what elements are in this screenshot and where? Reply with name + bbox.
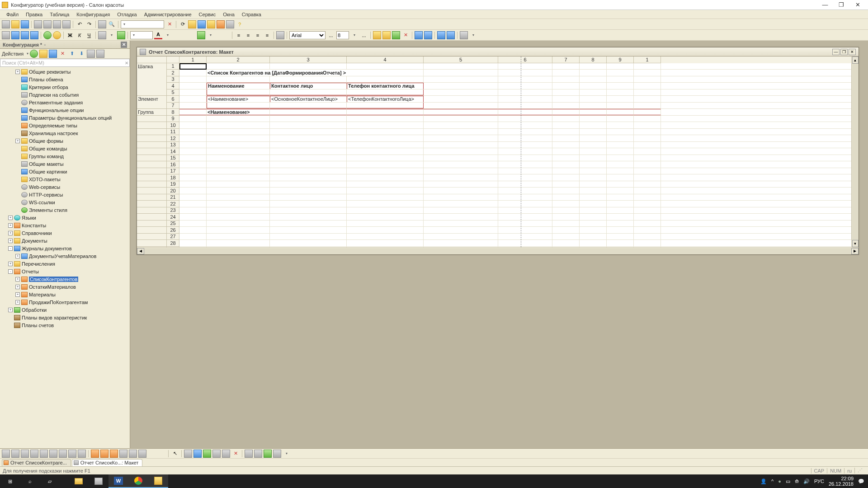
bt18-icon[interactable] — [212, 450, 221, 458]
sheet-cell[interactable] — [424, 214, 498, 220]
sheet-cell[interactable] — [552, 188, 580, 194]
sheet-cell[interactable] — [634, 240, 661, 246]
tbl-b-icon[interactable] — [382, 31, 391, 39]
bt23-icon[interactable] — [273, 450, 281, 458]
sheet-cell[interactable] — [634, 103, 661, 109]
sheet-cell[interactable] — [179, 201, 207, 207]
sheet-cell[interactable] — [498, 174, 552, 181]
sheet-cell[interactable] — [498, 221, 552, 227]
sheet-cell[interactable] — [424, 89, 498, 96]
bt15-icon[interactable] — [138, 450, 146, 458]
sheet-cell[interactable] — [347, 188, 424, 194]
sheet-cell[interactable] — [634, 161, 661, 168]
sheet-cell[interactable] — [179, 181, 207, 188]
sheet-cell[interactable] — [270, 122, 347, 128]
menu-windows[interactable]: Окна — [220, 11, 237, 18]
undo-icon[interactable]: ↶ — [75, 20, 84, 28]
doc-maximize-button[interactable]: ❐ — [840, 49, 848, 55]
sheet-cell[interactable] — [424, 234, 498, 240]
tray-battery-icon[interactable]: ▭ — [786, 479, 790, 484]
scroll-right-icon[interactable]: ▶ — [851, 248, 859, 254]
row-group-cell[interactable] — [137, 181, 166, 188]
calc-icon[interactable] — [226, 20, 234, 28]
size-dd[interactable]: ▾ — [350, 31, 359, 39]
tray-onedrive-icon[interactable]: ● — [778, 479, 781, 484]
search-clear-icon[interactable]: ✕ — [165, 20, 174, 28]
row-number-cell[interactable]: 6 — [167, 96, 179, 103]
sheet-cell[interactable] — [270, 221, 347, 227]
tool-icon[interactable] — [188, 20, 196, 28]
bt5-icon[interactable] — [40, 450, 48, 458]
expand-icon[interactable]: + — [15, 254, 20, 258]
sheet-cell[interactable] — [580, 240, 607, 246]
sheet-cell[interactable] — [552, 181, 580, 188]
borders-icon[interactable] — [98, 31, 106, 39]
sheet-cell[interactable] — [552, 76, 580, 83]
sheet-cell[interactable] — [498, 227, 552, 233]
sheet-cell[interactable] — [179, 194, 207, 201]
row-group-cell[interactable] — [137, 142, 166, 149]
sheet-cell[interactable] — [179, 174, 207, 181]
sheet-cell[interactable] — [634, 76, 661, 83]
sheet-cell[interactable] — [580, 122, 607, 128]
sheet-cell[interactable] — [580, 129, 607, 135]
tool2-icon[interactable] — [198, 20, 206, 28]
sheet-cell[interactable] — [607, 234, 634, 240]
sheet-cell[interactable] — [207, 148, 270, 155]
sheet-cell[interactable] — [270, 174, 347, 181]
font-select[interactable]: Arial — [289, 31, 326, 39]
menu-file[interactable]: Файл — [4, 11, 21, 18]
row-number-cell[interactable]: 25 — [167, 221, 179, 227]
bt7-icon[interactable] — [59, 450, 67, 458]
sheet-cell[interactable] — [270, 214, 347, 220]
sheet-cell[interactable] — [347, 155, 424, 161]
sheet-cell[interactable] — [347, 194, 424, 201]
sheet-cell[interactable] — [347, 89, 424, 96]
help-icon[interactable]: ? — [236, 20, 244, 28]
sheet-cell[interactable]: <Наименование> — [207, 109, 270, 115]
sheet-cell[interactable] — [580, 221, 607, 227]
redo-icon[interactable]: ↷ — [85, 20, 93, 28]
row-number-cell[interactable]: 19 — [167, 181, 179, 188]
sheet-cell[interactable] — [580, 96, 607, 102]
bt12-icon[interactable] — [110, 450, 118, 458]
sheet-cell[interactable] — [634, 129, 661, 135]
tbl-d-icon[interactable] — [424, 31, 432, 39]
sheet-cell[interactable] — [580, 201, 607, 207]
sheet-cell[interactable] — [424, 76, 498, 83]
sheet-cell[interactable] — [424, 240, 498, 246]
sheet-cell[interactable] — [552, 201, 580, 207]
sheet-cell[interactable] — [270, 148, 347, 155]
tree-item[interactable]: +HTTP-сервисы — [0, 191, 130, 198]
bt10-icon[interactable] — [91, 450, 99, 458]
sheet-cell[interactable] — [552, 129, 580, 135]
sheet-cell[interactable] — [424, 116, 498, 122]
row-group-cell[interactable] — [137, 207, 166, 214]
tree-item[interactable]: +Справочники — [0, 229, 130, 237]
size-more[interactable]: ... — [360, 31, 368, 39]
tree-item[interactable]: +ДокументыУчетаМатериалов — [0, 252, 130, 260]
zoom-icon[interactable]: 🔍 — [108, 20, 116, 28]
sheet-cell[interactable]: <ТелефонКонтактногоЛица> — [347, 96, 424, 102]
row-number-cell[interactable]: 5 — [167, 89, 179, 96]
sheet-cell[interactable] — [607, 103, 634, 109]
save-icon[interactable] — [21, 20, 29, 28]
sheet-cell[interactable] — [552, 96, 580, 102]
bt4-icon[interactable] — [30, 450, 38, 458]
sort-icon[interactable] — [87, 50, 95, 58]
sheet-cell[interactable] — [552, 116, 580, 122]
sheet-cell[interactable] — [270, 234, 347, 240]
row-number-cell[interactable]: 4 — [167, 83, 179, 89]
sheet-cell[interactable] — [179, 70, 207, 76]
row-group-cell[interactable] — [137, 221, 166, 227]
sheet-cell[interactable] — [424, 103, 498, 109]
print-icon[interactable] — [62, 20, 71, 28]
sheet-cell[interactable] — [634, 70, 661, 76]
sheet-cell[interactable]: Телефон контактного лица — [347, 83, 424, 89]
sheet-cell[interactable] — [634, 116, 661, 122]
tree-item[interactable]: +Документы — [0, 237, 130, 244]
tree-item[interactable]: +Планы обмена — [0, 75, 130, 83]
scroll-up-icon[interactable]: ▲ — [852, 56, 859, 64]
up-icon[interactable]: ⬆ — [68, 50, 76, 58]
tree-item[interactable]: +Общие картинки — [0, 168, 130, 175]
